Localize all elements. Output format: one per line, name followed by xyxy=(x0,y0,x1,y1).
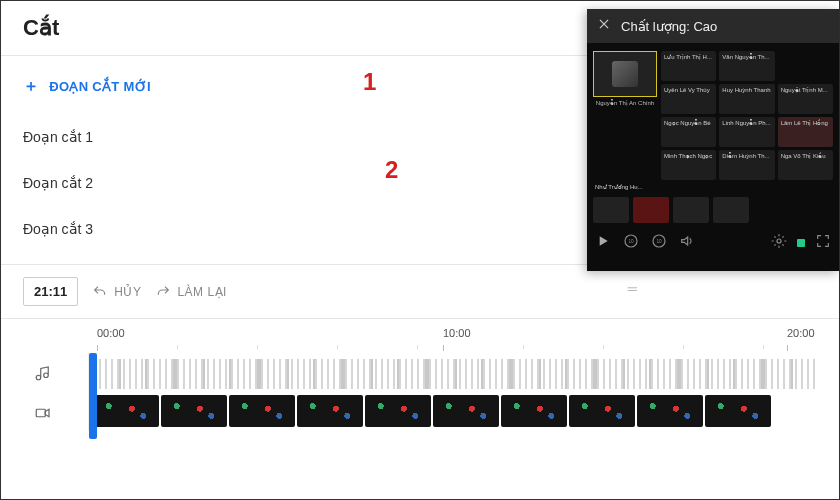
timeline-ruler[interactable]: 00:00 10:00 20:00 xyxy=(83,327,817,353)
playhead[interactable] xyxy=(89,353,97,439)
timeline-tick: 00:00 xyxy=(97,327,125,339)
preview-body: Nguyễn Thị An Chính Lưu Trịnh Thị H... V… xyxy=(587,43,839,227)
preview-thumb xyxy=(633,197,669,223)
participant-tile: Huy Huỳnh Thanh xyxy=(719,84,774,114)
gear-icon xyxy=(771,233,787,249)
participant-grid: Lưu Trịnh Thị H... Văn Nguyễn Th... Uyên… xyxy=(661,51,833,180)
close-preview-button[interactable] xyxy=(597,17,611,35)
participant-tile: Lưu Trịnh Thị H... xyxy=(661,51,716,81)
video-thumb xyxy=(365,395,431,427)
play-button[interactable] xyxy=(595,233,611,253)
preview-quality-label: Chất lượng: Cao xyxy=(621,19,717,34)
video-thumb xyxy=(93,395,159,427)
svg-point-5 xyxy=(777,239,781,243)
video-thumb xyxy=(433,395,499,427)
undo-icon xyxy=(92,284,108,300)
app-frame: Cắt ＋ ĐOẠN CẮT MỚI 1 XEM TRƯỚC 2 Đoạn cắ… xyxy=(0,0,840,500)
redo-button[interactable]: LÀM LẠI xyxy=(155,284,227,300)
forward-icon: 10 xyxy=(651,233,667,249)
timeline-tick: 10:00 xyxy=(443,327,471,339)
timeline-toolbar: 21:11 HỦY LÀM LẠI ═ xyxy=(1,265,839,318)
camera-icon xyxy=(34,404,52,422)
participant-tile: Lâm Lê Thị Hồng xyxy=(778,117,833,147)
preview-thumbnails xyxy=(593,197,833,223)
video-thumb xyxy=(229,395,295,427)
video-track[interactable] xyxy=(23,393,817,433)
participant-tile: Văn Nguyễn Th... xyxy=(719,51,774,81)
audio-track[interactable] xyxy=(23,353,817,393)
new-clip-button[interactable]: ＋ ĐOẠN CẮT MỚI xyxy=(23,78,151,94)
avatar xyxy=(612,61,638,87)
rewind-icon: 10 xyxy=(623,233,639,249)
preview-controls: 10 10 xyxy=(587,227,839,259)
video-thumb xyxy=(501,395,567,427)
plus-icon: ＋ xyxy=(23,78,39,94)
video-track-icon xyxy=(23,404,63,422)
volume-icon xyxy=(679,233,695,249)
participant-tile: Diễm Huỳnh Th... xyxy=(719,150,774,180)
fullscreen-icon xyxy=(815,233,831,249)
current-time-value: 21:11 xyxy=(34,284,67,299)
redo-icon xyxy=(155,284,171,300)
timeline-tracks xyxy=(23,353,817,433)
undo-label: HỦY xyxy=(114,285,141,299)
current-time-input[interactable]: 21:11 xyxy=(23,277,78,306)
close-icon xyxy=(597,17,611,31)
redo-label: LÀM LẠI xyxy=(177,285,227,299)
new-clip-label: ĐOẠN CẮT MỚI xyxy=(49,79,150,94)
participant-tile: Ngọc Nguyễn Bé xyxy=(661,117,716,147)
timeline: 00:00 10:00 20:00 xyxy=(1,319,839,451)
participant-tile: Minh Thạch Ngọc xyxy=(661,150,716,180)
video-thumb xyxy=(637,395,703,427)
volume-button[interactable] xyxy=(679,233,695,253)
audio-waveform xyxy=(93,359,817,389)
play-icon xyxy=(595,233,611,249)
timeline-tick: 20:00 xyxy=(787,327,815,339)
participant-tile: Linh Nguyễn Ph... xyxy=(719,117,774,147)
rewind-10-button[interactable]: 10 xyxy=(623,233,639,253)
video-thumb xyxy=(297,395,363,427)
svg-rect-0 xyxy=(36,409,45,417)
self-name: Nguyễn Thị An Chính xyxy=(593,99,657,106)
settings-button[interactable] xyxy=(771,233,787,253)
participant-tile: Uyên Lê Vy Thúy xyxy=(661,84,716,114)
fullscreen-button[interactable] xyxy=(815,233,831,253)
preview-panel: Chất lượng: Cao Nguyễn Thị An Chính Lưu … xyxy=(587,9,839,271)
bottom-participant-name: Như Trương Hu... xyxy=(593,180,833,193)
undo-button[interactable]: HỦY xyxy=(92,284,141,300)
preview-thumb xyxy=(673,197,709,223)
svg-text:10: 10 xyxy=(656,239,662,244)
drag-handle-icon[interactable]: ═ xyxy=(628,281,639,296)
video-thumb xyxy=(569,395,635,427)
participant-tile: Nguyệt Trịnh M... xyxy=(778,84,833,114)
video-thumbnails xyxy=(93,395,817,427)
annotation-marker-1: 1 xyxy=(363,68,376,96)
svg-text:10: 10 xyxy=(628,239,634,244)
video-thumb xyxy=(705,395,771,427)
annotation-marker-2: 2 xyxy=(385,156,398,184)
preview-thumb xyxy=(593,197,629,223)
music-note-icon xyxy=(34,364,52,382)
preview-self-tile: Nguyễn Thị An Chính xyxy=(593,51,657,180)
preview-thumb xyxy=(713,197,749,223)
video-thumb xyxy=(161,395,227,427)
preview-header: Chất lượng: Cao xyxy=(587,9,839,43)
participant-tile: Nga Võ Thị Kiều xyxy=(778,150,833,180)
cc-indicator[interactable] xyxy=(797,239,805,247)
audio-track-icon xyxy=(23,364,63,382)
forward-10-button[interactable]: 10 xyxy=(651,233,667,253)
